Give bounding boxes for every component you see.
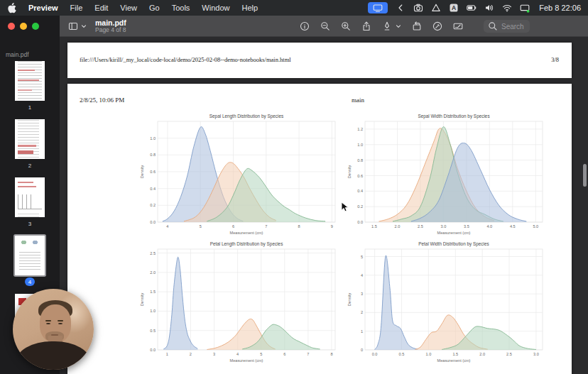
menu-bar-status: A Feb 8 22:06 bbox=[368, 2, 581, 13]
svg-text:1.0: 1.0 bbox=[150, 136, 156, 141]
battery-icon[interactable] bbox=[467, 3, 477, 13]
pdf-page-4: 2/8/25, 10:06 PM main 4567890.00.20.40.6… bbox=[67, 84, 572, 374]
apple-menu-icon[interactable] bbox=[7, 3, 16, 13]
screen-mirror-icon[interactable] bbox=[368, 2, 388, 13]
svg-text:2.0: 2.0 bbox=[150, 270, 156, 275]
menu-bar: PreviewFileEditViewGoToolsWindowHelp A F… bbox=[0, 0, 588, 16]
thumbnail-page-4[interactable]: 4 bbox=[15, 236, 45, 286]
letter-a-icon[interactable]: A bbox=[449, 3, 459, 13]
svg-text:Density: Density bbox=[140, 165, 144, 178]
info-icon[interactable] bbox=[300, 21, 310, 31]
svg-text:Density: Density bbox=[140, 292, 144, 306]
thumbnail-image[interactable] bbox=[15, 61, 45, 101]
webcam-brow bbox=[58, 320, 63, 321]
svg-text:Sepal Width Distribution by Sp: Sepal Width Distribution by Species bbox=[418, 114, 489, 119]
svg-text:0.2: 0.2 bbox=[357, 204, 363, 209]
page-indicator: Page 4 of 8 bbox=[95, 27, 126, 33]
search-placeholder: Search bbox=[501, 23, 524, 31]
display-record-icon[interactable] bbox=[520, 3, 530, 13]
svg-text:A: A bbox=[452, 4, 456, 11]
svg-text:6: 6 bbox=[232, 224, 234, 229]
markup-icon[interactable] bbox=[382, 21, 392, 31]
svg-text:5: 5 bbox=[361, 255, 363, 259]
svg-text:0.5: 0.5 bbox=[399, 352, 405, 356]
svg-text:Sepal Length Distribution by S: Sepal Length Distribution by Species bbox=[209, 114, 283, 119]
svg-text:0.4: 0.4 bbox=[357, 189, 363, 193]
svg-text:0.0: 0.0 bbox=[357, 220, 363, 224]
sidebar-doc-label: main.pdf bbox=[6, 51, 29, 58]
svg-text:2.5: 2.5 bbox=[506, 352, 512, 356]
svg-text:5.0: 5.0 bbox=[533, 224, 538, 229]
svg-text:0.8: 0.8 bbox=[150, 153, 156, 157]
close-window-button[interactable] bbox=[8, 23, 15, 30]
svg-text:1.5: 1.5 bbox=[452, 352, 458, 356]
toolbar-left: main.pdf Page 4 of 8 bbox=[68, 16, 126, 37]
mouse-cursor bbox=[341, 202, 349, 213]
search-field[interactable]: Search bbox=[484, 20, 530, 33]
chart-petal-length: 123456780.00.51.01.52.02.5Petal Length D… bbox=[138, 240, 341, 365]
menu-clock[interactable]: Feb 8 22:06 bbox=[539, 4, 581, 12]
thumbnail-page-number: 3 bbox=[28, 219, 31, 228]
menu-item-tools[interactable]: Tools bbox=[172, 4, 190, 12]
svg-text:Measurement (cm): Measurement (cm) bbox=[230, 231, 263, 235]
thumbnail-image[interactable] bbox=[15, 236, 45, 275]
pdf-content-area: file:///Users/kirill/_my_local/code-loca… bbox=[60, 37, 588, 374]
svg-text:0.2: 0.2 bbox=[150, 203, 156, 207]
svg-text:2: 2 bbox=[361, 310, 363, 314]
thumbnail-page-1[interactable]: 1 bbox=[15, 61, 45, 111]
traffic-lights bbox=[8, 23, 39, 30]
svg-text:1.0: 1.0 bbox=[426, 352, 432, 356]
rotate-icon[interactable] bbox=[412, 21, 422, 31]
svg-text:2.5: 2.5 bbox=[150, 251, 156, 255]
share-icon[interactable] bbox=[361, 21, 371, 31]
camera-icon[interactable] bbox=[413, 3, 423, 13]
svg-text:1.0: 1.0 bbox=[357, 143, 363, 147]
annotate-icon[interactable] bbox=[432, 21, 442, 31]
svg-text:0: 0 bbox=[361, 348, 363, 352]
form-icon[interactable] bbox=[453, 21, 463, 31]
chevron-down-icon[interactable] bbox=[396, 23, 401, 29]
svg-text:3: 3 bbox=[213, 352, 215, 356]
minimize-window-button[interactable] bbox=[20, 23, 27, 30]
svg-text:3.5: 3.5 bbox=[464, 224, 469, 229]
menu-item-go[interactable]: Go bbox=[149, 4, 160, 12]
menu-items: PreviewFileEditViewGoToolsWindowHelp bbox=[28, 4, 258, 12]
chevron-down-icon[interactable] bbox=[81, 23, 87, 29]
sidebar-toggle-icon[interactable] bbox=[68, 21, 78, 31]
footer-page-number: 3/8 bbox=[551, 56, 559, 63]
thumbnail-image[interactable] bbox=[15, 177, 45, 217]
chevron-left-icon[interactable] bbox=[396, 3, 405, 13]
thumbnail-image[interactable] bbox=[15, 119, 45, 159]
thumbnail-page-number: 4 bbox=[25, 277, 35, 286]
menu-item-help[interactable]: Help bbox=[241, 4, 258, 12]
thumbnail-page-number: 1 bbox=[28, 103, 31, 111]
thumbnail-page-3[interactable]: 3 bbox=[15, 177, 45, 228]
menu-item-preview[interactable]: Preview bbox=[28, 4, 58, 12]
svg-text:0.0: 0.0 bbox=[372, 352, 378, 356]
svg-text:Measurement (cm): Measurement (cm) bbox=[230, 358, 263, 363]
chart-sepal-width: 1.52.02.53.03.54.04.55.00.00.20.40.60.81… bbox=[346, 112, 548, 237]
menu-item-file[interactable]: File bbox=[70, 4, 83, 12]
volume-icon[interactable] bbox=[484, 3, 494, 13]
menu-item-view[interactable]: View bbox=[120, 4, 137, 12]
zoom-out-icon[interactable] bbox=[320, 21, 330, 31]
svg-text:8: 8 bbox=[330, 352, 332, 356]
menu-item-window[interactable]: Window bbox=[202, 4, 229, 12]
page3-footer: file:///Users/kirill/_my_local/code-loca… bbox=[80, 56, 559, 63]
chart-grid: 4567890.00.20.40.60.81.0Sepal Length Dis… bbox=[138, 112, 548, 365]
thumbnail-page-2[interactable]: 2 bbox=[15, 119, 45, 170]
thumbnail-page-number: 2 bbox=[28, 161, 31, 170]
zoom-in-icon[interactable] bbox=[341, 21, 351, 31]
chart-petal-width: 0.00.51.01.52.02.53.0012345Petal Width D… bbox=[346, 240, 548, 365]
menu-item-edit[interactable]: Edit bbox=[94, 4, 108, 12]
chart-sepal-length: 4567890.00.20.40.60.81.0Sepal Length Dis… bbox=[138, 112, 341, 237]
svg-text:3.0: 3.0 bbox=[441, 224, 447, 229]
vertical-scrollbar-thumb[interactable] bbox=[583, 164, 587, 187]
wifi-icon[interactable] bbox=[502, 3, 512, 13]
shape-triangle-icon[interactable] bbox=[431, 3, 441, 13]
svg-text:7: 7 bbox=[265, 224, 267, 229]
svg-text:6: 6 bbox=[283, 352, 285, 356]
svg-text:1.5: 1.5 bbox=[371, 224, 377, 229]
menu-bar-left: PreviewFileEditViewGoToolsWindowHelp bbox=[7, 3, 258, 13]
zoom-window-button[interactable] bbox=[32, 23, 39, 30]
